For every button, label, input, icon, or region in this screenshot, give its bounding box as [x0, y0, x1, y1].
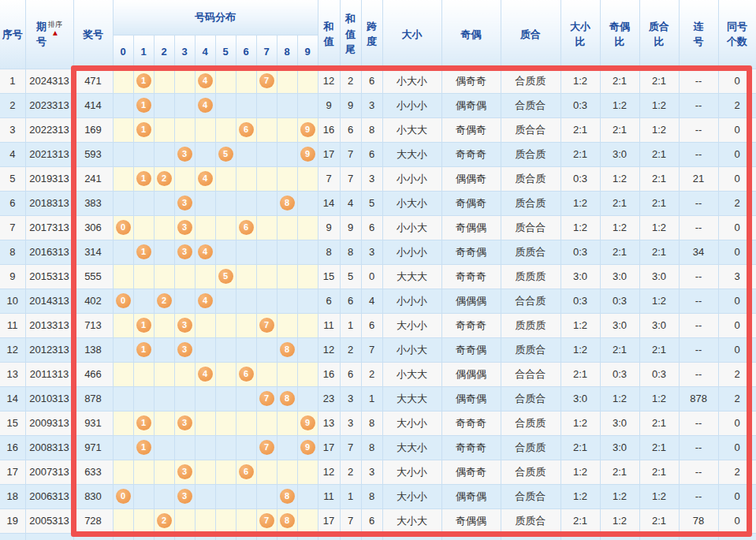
- sum-tail-cell: 5: [340, 264, 361, 289]
- seq-cell: 4: [0, 142, 25, 166]
- span-cell: 1: [361, 386, 382, 411]
- number-ball: 3: [177, 415, 192, 430]
- digit-cell: [236, 93, 256, 117]
- digit-cell: [154, 191, 174, 215]
- digit-cell: [277, 117, 297, 142]
- prime-header: 质合: [501, 0, 560, 69]
- period-cell: 2013313: [25, 313, 73, 337]
- sum-tail-cell: 7: [340, 435, 361, 460]
- digit-cell: [256, 166, 277, 191]
- parity-cell: 奇奇奇: [441, 264, 501, 289]
- parity-cell: 偶奇偶: [441, 484, 501, 508]
- parity-cell: 偶偶偶: [441, 362, 501, 386]
- digit-cell: [154, 484, 174, 508]
- digit-cell: 0: [113, 484, 133, 508]
- digit-header: 8: [277, 35, 297, 69]
- number-ball: 8: [280, 342, 295, 357]
- span-cell: 8: [361, 484, 382, 508]
- parity-ratio-cell: 1:2: [600, 166, 639, 191]
- prime-cell: 合质质: [501, 435, 560, 460]
- digit-header: 4: [195, 35, 215, 69]
- digit-cell: [133, 289, 154, 313]
- digit-cell: [195, 386, 215, 411]
- prime-cell: 合质质: [501, 411, 560, 435]
- parity-ratio-cell: 1:2: [600, 508, 639, 533]
- digit-cell: [297, 289, 318, 313]
- table-row: 172007313633361223大小小偶奇奇合质质1:22:12:1--2: [0, 460, 756, 484]
- number-ball: 3: [177, 318, 192, 333]
- parity-cell: 奇偶奇: [441, 117, 501, 142]
- parity-cell: 奇奇奇: [441, 411, 501, 435]
- digit-cell: [236, 142, 256, 166]
- number-ball: 0: [116, 220, 131, 235]
- prime-ratio-cell: 1:2: [639, 289, 679, 313]
- seq-cell: 1: [0, 69, 25, 93]
- prime-ratio-cell: 2:1: [639, 337, 679, 362]
- sort-up-arrow-icon: ▲: [51, 29, 59, 37]
- digit-cell: [277, 435, 297, 460]
- digit-cell: [195, 313, 215, 337]
- prize-cell: 471: [73, 69, 113, 93]
- consecutive-cell: --: [679, 411, 718, 435]
- digit-cell: [154, 215, 174, 240]
- digit-cell: [174, 166, 195, 191]
- prize-cell: 728: [73, 508, 113, 533]
- period-cell: 2007313: [25, 460, 73, 484]
- same-count-cell: [718, 533, 756, 540]
- span-cell: 3: [361, 93, 382, 117]
- prime-cell: 质合质: [501, 142, 560, 166]
- seq-cell: 19: [0, 508, 25, 533]
- size-cell: 大小大: [382, 508, 441, 533]
- sum-cell: 12: [318, 460, 340, 484]
- consecutive-header: 连 号: [679, 0, 718, 69]
- number-ball: 2: [157, 293, 172, 308]
- number-ball: 5: [218, 269, 233, 284]
- sum-cell: 9: [318, 93, 340, 117]
- size-ratio-cell: 3:0: [560, 386, 600, 411]
- digit-cell: [113, 460, 133, 484]
- sum-tail-cell: 3: [340, 411, 361, 435]
- sort-control[interactable]: 排序 ▲: [48, 20, 62, 37]
- digit-cell: 1: [133, 337, 154, 362]
- number-ball: 8: [280, 513, 295, 528]
- digit-cell: 2: [154, 508, 174, 533]
- number-ball: 7: [259, 513, 274, 528]
- digit-cell: [113, 508, 133, 533]
- parity-ratio-cell: 3:0: [600, 435, 639, 460]
- digit-cell: [277, 215, 297, 240]
- same-count-cell: 0: [718, 117, 756, 142]
- number-ball: 6: [239, 220, 254, 235]
- number-ball: 3: [177, 196, 192, 210]
- prize-cell: 713: [73, 313, 113, 337]
- number-ball: 2: [157, 513, 172, 528]
- prime-cell: 质质合: [501, 337, 560, 362]
- digit-cell: [174, 362, 195, 386]
- parity-ratio-cell: 1:2: [600, 386, 639, 411]
- digit-cell: [113, 337, 133, 362]
- digit-cell: [113, 313, 133, 337]
- number-ball: 9: [300, 147, 315, 162]
- same-count-cell: 0: [718, 142, 756, 166]
- parity-ratio-cell: 1:2: [600, 93, 639, 117]
- prime-ratio-cell: 2:1: [639, 191, 679, 215]
- span-cell: 3: [361, 460, 382, 484]
- size-cell: 小大大: [382, 362, 441, 386]
- digit-cell: [236, 313, 256, 337]
- prize-cell: 402: [73, 289, 113, 313]
- prize-cell: 138: [73, 337, 113, 362]
- digit-cell: [297, 386, 318, 411]
- size-cell: 小大大: [382, 117, 441, 142]
- digit-cell: 4: [195, 289, 215, 313]
- consecutive-cell: --: [679, 142, 718, 166]
- prime-ratio-cell: 2:1: [639, 435, 679, 460]
- consecutive-cell: --: [679, 435, 718, 460]
- digit-cell: [133, 508, 154, 533]
- same-count-cell: 0: [718, 508, 756, 533]
- digit-cell: 5: [215, 264, 236, 289]
- digit-cell: 2: [154, 289, 174, 313]
- number-ball: 6: [239, 464, 254, 479]
- digit-cell: [195, 117, 215, 142]
- number-ball: 7: [259, 391, 274, 406]
- digit-cell: 6: [236, 117, 256, 142]
- sum-cell: 7: [318, 166, 340, 191]
